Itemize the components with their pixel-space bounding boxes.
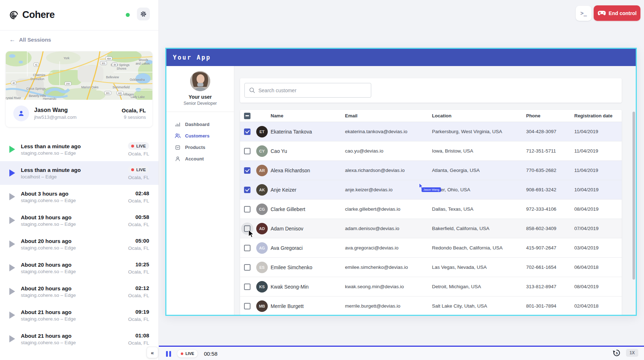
row-checkbox[interactable] xyxy=(244,284,250,290)
table-row[interactable]: CG Clarke Gillebert clarke.gillebert@dev… xyxy=(240,200,622,219)
row-checkbox[interactable] xyxy=(244,128,250,135)
customer-name: Merrile Burgett xyxy=(271,303,345,309)
session-main: About 20 hours ago staging.cohere.so – E… xyxy=(21,262,128,274)
session-item[interactable]: About 20 hours ago staging.cohere.so – E… xyxy=(0,256,158,280)
column-header-email[interactable]: Email xyxy=(345,113,432,118)
customer-registration-date: 11/04/2019 xyxy=(574,168,622,173)
customer-registration-date: 06/04/2018 xyxy=(574,265,622,270)
session-main: About 20 hours ago staging.cohere.so – E… xyxy=(21,238,128,251)
customer-location: Redondo Beach, California, USA xyxy=(432,245,526,251)
customer-avatar: AK xyxy=(256,184,268,196)
playback-progress[interactable] xyxy=(158,346,644,347)
session-item[interactable]: About 19 hours ago staging.cohere.so – E… xyxy=(0,209,158,232)
column-header-location[interactable]: Location xyxy=(432,113,526,118)
session-source: staging.cohere.so – Edge xyxy=(21,340,128,345)
customer-phone: 908-691-3242 xyxy=(526,187,574,192)
play-icon[interactable] xyxy=(9,335,15,342)
session-item[interactable]: About 20 hours ago staging.cohere.so – E… xyxy=(0,232,158,256)
playback-speed-button[interactable]: 1X xyxy=(626,349,638,357)
session-item[interactable]: About 21 hours ago staging.cohere.so – E… xyxy=(0,327,158,351)
nav-item-customers[interactable]: Customers xyxy=(166,130,234,141)
session-title: About 21 hours ago xyxy=(21,309,128,315)
app-user-avatar[interactable] xyxy=(190,71,210,91)
end-control-button[interactable]: End control xyxy=(594,5,640,21)
nav-label: Products xyxy=(185,145,205,150)
customer-avatar: CG xyxy=(256,204,268,215)
row-checkbox[interactable] xyxy=(244,187,250,193)
customer-avatar: ET xyxy=(256,126,268,137)
user-name: Jason Wang xyxy=(34,107,121,113)
customer-phone: 858-602-3409 xyxy=(526,226,574,231)
row-checkbox[interactable] xyxy=(244,206,250,212)
customer-email: clarke.gillebert@devias.io xyxy=(345,206,432,212)
all-sessions-back-link[interactable]: ← All Sessions xyxy=(9,37,51,43)
cohere-logo: Cohere xyxy=(9,9,55,20)
screen: Cohere ← All Sessions xyxy=(0,0,644,360)
customer-location: Dallas, Texas, USA xyxy=(432,206,526,212)
customer-avatar: AD xyxy=(256,223,268,234)
table-row[interactable]: AD Adam Denisov adam.denisov@devias.io B… xyxy=(240,219,622,238)
table-scrollbar[interactable] xyxy=(632,112,635,280)
column-header-phone[interactable]: Phone xyxy=(526,113,574,118)
nav-item-dashboard[interactable]: Dashboard xyxy=(166,118,234,130)
customer-registration-date: 03/04/2019 xyxy=(574,245,622,251)
column-header-name[interactable]: Name xyxy=(271,113,345,118)
table-row[interactable]: CY Cao Yu cao.yu@devias.io Iowa, Bristow… xyxy=(240,141,622,161)
search-customer-input[interactable]: Search customer xyxy=(244,83,371,98)
play-icon[interactable] xyxy=(9,240,15,248)
customer-location: Las Vegas, Nevada, USA xyxy=(432,265,526,270)
session-main: About 19 hours ago staging.cohere.so – E… xyxy=(21,214,128,227)
row-checkbox[interactable] xyxy=(244,303,250,309)
customer-registration-date: 08/04/2019 xyxy=(574,206,622,212)
session-item[interactable]: Less than a minute ago localhost – Edge … xyxy=(0,161,158,185)
session-item[interactable]: Less than a minute ago staging.cohere.so… xyxy=(0,137,158,161)
session-right: 10:25 Ocala, FL xyxy=(128,261,149,275)
map-place-label: Summerfield xyxy=(112,85,130,89)
playback-right-controls: 5 1X xyxy=(612,349,638,357)
table-row[interactable]: AR Alexa Richardson alexa.richardson@dev… xyxy=(240,161,622,180)
play-icon[interactable] xyxy=(9,264,15,271)
map-place-label: Woods xyxy=(139,58,148,62)
table-row[interactable]: ET Ekaterina Tankova ekaterina.tankova@d… xyxy=(240,122,622,141)
nav-item-products[interactable]: Products xyxy=(166,141,234,153)
play-icon[interactable] xyxy=(9,288,15,295)
table-row[interactable]: MB Merrile Burgett merrile.burgett@devia… xyxy=(240,296,622,315)
map-place-label: Dunnellon xyxy=(31,77,44,81)
column-header-registration-date[interactable]: Registration date xyxy=(574,113,622,118)
customer-name: Adam Denisov xyxy=(271,226,345,232)
session-source: staging.cohere.so – Edge xyxy=(21,316,128,322)
row-checkbox[interactable] xyxy=(244,245,250,251)
location-map[interactable]: YorkSilver SpringsShoresWoodsand LakesCh… xyxy=(6,51,152,100)
play-icon[interactable] xyxy=(9,146,15,153)
table-row[interactable]: ES Emilee Simchenko emilee.simchenko@dev… xyxy=(240,258,622,277)
row-checkbox[interactable] xyxy=(244,167,250,174)
settings-button[interactable] xyxy=(137,8,150,20)
customer-phone: 972-333-4106 xyxy=(526,206,574,212)
replay-seconds: 5 xyxy=(616,351,618,355)
map-place-label: Shores xyxy=(117,67,126,70)
play-icon[interactable] xyxy=(9,217,15,224)
select-all-checkbox[interactable] xyxy=(244,113,250,119)
session-item[interactable]: About 21 hours ago staging.cohere.so – E… xyxy=(0,303,158,327)
live-dot-icon xyxy=(181,352,183,355)
nav-item-account[interactable]: Account xyxy=(166,153,234,164)
session-item[interactable]: About 20 hours ago staging.cohere.so – E… xyxy=(0,280,158,303)
table-row[interactable]: AG Ava Gregoraci ava.gregoraci@devias.io… xyxy=(240,238,622,258)
replay-5s-button[interactable]: 5 xyxy=(612,349,621,357)
play-icon[interactable] xyxy=(9,312,15,319)
play-icon[interactable] xyxy=(9,169,15,177)
row-checkbox[interactable] xyxy=(244,264,250,271)
customer-email: emilee.simchenko@devias.io xyxy=(345,265,432,270)
session-main: About 3 hours ago staging.cohere.so – Ed… xyxy=(21,191,128,203)
session-source: localhost – Edge xyxy=(21,174,128,179)
pause-button[interactable] xyxy=(166,350,171,357)
session-right: 01:08 Ocala, FL xyxy=(128,332,149,346)
sidebar-collapse-button[interactable]: « xyxy=(147,347,158,358)
table-row[interactable]: KS Kwak Seong-Min kwak.seong.min@devias.… xyxy=(240,277,622,296)
terminal-button[interactable]: >_ xyxy=(576,6,592,21)
play-icon[interactable] xyxy=(9,193,15,200)
session-source: staging.cohere.so – Edge xyxy=(21,221,128,227)
map-place-label: Ocklawaha xyxy=(130,78,145,81)
session-item[interactable]: About 3 hours ago staging.cohere.so – Ed… xyxy=(0,185,158,209)
row-checkbox[interactable] xyxy=(244,148,250,154)
